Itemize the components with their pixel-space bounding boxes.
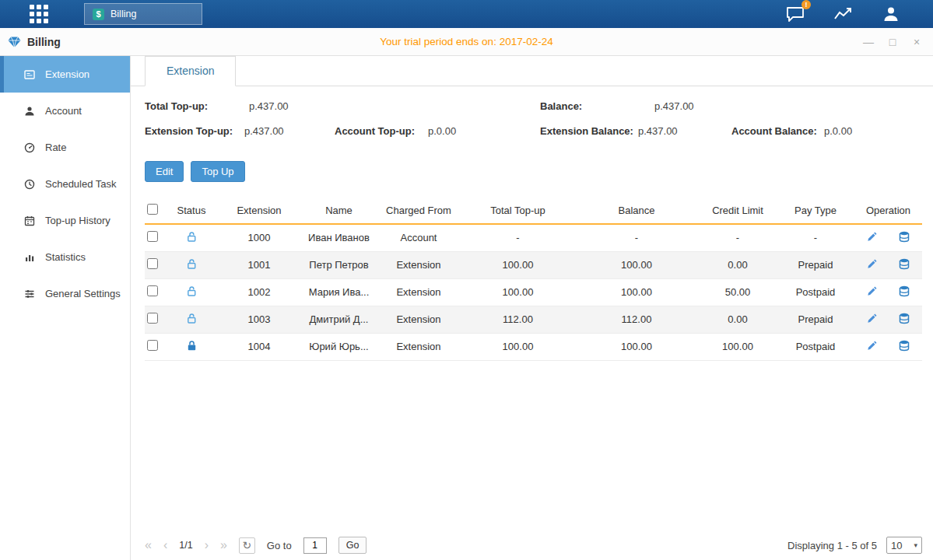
table-row: 1003 Дмитрий Д... Extension 112.00 112.0…: [145, 306, 922, 333]
cell-balance: 100.00: [574, 278, 699, 306]
sidebar-item-general-settings[interactable]: General Settings: [0, 275, 130, 312]
table-row: 1004 Юрий Юрь... Extension 100.00 100.00…: [145, 333, 922, 360]
account-balance-label: Account Balance:: [731, 125, 817, 137]
billing-record-icon[interactable]: [898, 257, 910, 272]
cell-name: Иван Иванов: [302, 224, 376, 251]
user-account-icon[interactable]: [882, 5, 900, 23]
edit-icon[interactable]: [866, 258, 878, 272]
sidebar-item-rate[interactable]: Rate: [0, 129, 130, 166]
extension-topup-value: p.437.00: [244, 125, 284, 137]
row-checkbox[interactable]: [147, 231, 158, 242]
status-unlocked-icon: [186, 231, 198, 245]
cell-extension: 1001: [216, 251, 302, 278]
select-all-checkbox[interactable]: [147, 204, 158, 215]
edit-button[interactable]: Edit: [145, 161, 184, 182]
cell-extension: 1002: [216, 278, 302, 306]
billing-record-icon[interactable]: [898, 312, 910, 327]
col-header-total-topup: Total Top-up: [461, 198, 574, 224]
sidebar-item-label: Scheduled Task: [45, 178, 117, 190]
refresh-icon[interactable]: ↻: [239, 537, 255, 554]
cell-charged-from: Extension: [376, 333, 461, 360]
sidebar-item-label: General Settings: [45, 288, 121, 299]
cell-credit-limit: 0.00: [699, 306, 777, 333]
cell-credit-limit: 0.00: [699, 251, 777, 278]
displaying-text: Displaying 1 - 5 of 5: [787, 540, 877, 551]
reports-chart-icon[interactable]: [833, 5, 854, 23]
cell-pay-type: Prepaid: [777, 306, 854, 333]
next-page-icon[interactable]: ›: [205, 539, 209, 551]
sidebar-item-statistics[interactable]: Statistics: [0, 239, 130, 275]
chevron-down-icon: ▾: [914, 541, 917, 549]
table-row: 1000 Иван Иванов Account - - - -: [145, 224, 922, 251]
notification-badge: !: [801, 0, 811, 9]
pagination-bar: « ‹ 1/1 › » ↻ Go to Go Displaying 1 - 5 …: [145, 537, 922, 554]
row-checkbox[interactable]: [147, 340, 158, 351]
first-page-icon[interactable]: «: [145, 539, 152, 551]
extension-card-icon: [23, 68, 36, 81]
maximize-icon[interactable]: □: [887, 36, 898, 48]
sidebar-item-extension[interactable]: Extension: [0, 56, 130, 93]
extension-balance-value: p.437.00: [638, 125, 678, 137]
messages-icon[interactable]: !: [785, 5, 805, 23]
row-checkbox[interactable]: [147, 258, 158, 269]
edit-icon[interactable]: [866, 340, 878, 354]
cell-total-topup: 100.00: [461, 333, 574, 360]
calendar-icon: [23, 215, 36, 227]
last-page-icon[interactable]: »: [220, 539, 227, 551]
bar-chart-icon: [23, 251, 36, 264]
billing-record-icon[interactable]: [898, 230, 910, 245]
sidebar-item-label: Statistics: [45, 251, 86, 263]
billing-app-tab-label: Billing: [110, 9, 136, 19]
cell-total-topup: 112.00: [461, 306, 574, 333]
cell-extension: 1000: [216, 224, 302, 251]
table-row: 1002 Мария Ива... Extension 100.00 100.0…: [145, 278, 922, 306]
minimize-icon[interactable]: —: [863, 36, 874, 48]
gauge-icon: [23, 142, 36, 154]
clock-icon: [23, 178, 36, 191]
cell-name: Петр Петров: [302, 251, 376, 278]
cell-name: Юрий Юрь...: [302, 333, 376, 360]
extension-topup-label: Extension Top-up:: [145, 125, 233, 137]
page-size-select[interactable]: 10 ▾: [886, 537, 922, 554]
sidebar-item-scheduled-task[interactable]: Scheduled Task: [0, 166, 130, 202]
sidebar-item-account[interactable]: Account: [0, 93, 130, 129]
status-unlocked-icon: [186, 285, 198, 299]
balance-summary: Total Top-up: p.437.00 Balance: p.437.00…: [145, 100, 922, 152]
cell-balance: 100.00: [574, 333, 699, 360]
row-checkbox[interactable]: [147, 285, 158, 296]
col-header-status: Status: [167, 198, 216, 224]
sidebar-item-label: Rate: [45, 142, 66, 153]
close-icon[interactable]: ×: [911, 36, 922, 48]
cell-charged-from: Extension: [376, 278, 461, 306]
cell-total-topup: 100.00: [461, 251, 574, 278]
cell-pay-type: -: [777, 224, 854, 251]
edit-icon[interactable]: [866, 231, 878, 245]
app-launcher-grid-icon[interactable]: [30, 5, 48, 23]
topup-button[interactable]: Top Up: [191, 161, 244, 182]
cell-name: Мария Ива...: [302, 278, 376, 306]
extension-balance-label: Extension Balance:: [540, 125, 633, 137]
sidebar-item-topup-history[interactable]: Top-up History: [0, 202, 130, 239]
goto-page-input[interactable]: [303, 537, 327, 554]
tab-extension[interactable]: Extension: [145, 56, 236, 86]
main-content: Extension Total Top-up: p.437.00 Balance…: [131, 56, 933, 560]
col-header-charged-from: Charged From: [376, 198, 461, 224]
billing-app-tab[interactable]: $ Billing: [84, 3, 202, 25]
balance-value: p.437.00: [654, 100, 694, 112]
cell-name: Дмитрий Д...: [302, 306, 376, 333]
go-button[interactable]: Go: [338, 537, 367, 554]
billing-record-icon[interactable]: [898, 285, 910, 299]
status-unlocked-icon: [186, 258, 198, 272]
prev-page-icon[interactable]: ‹: [163, 539, 167, 551]
col-header-pay-type: Pay Type: [777, 198, 854, 224]
total-topup-value: p.437.00: [249, 100, 289, 112]
billing-record-icon[interactable]: [898, 339, 910, 354]
edit-icon[interactable]: [866, 313, 878, 327]
col-header-credit-limit: Credit Limit: [699, 198, 777, 224]
row-checkbox[interactable]: [147, 313, 158, 324]
account-balance-value: p.0.00: [824, 125, 852, 137]
account-topup-value: p.0.00: [428, 125, 456, 137]
cell-pay-type: Postpaid: [777, 278, 854, 306]
sidebar: Extension Account Rate Scheduled Task: [0, 56, 131, 560]
edit-icon[interactable]: [866, 285, 878, 299]
